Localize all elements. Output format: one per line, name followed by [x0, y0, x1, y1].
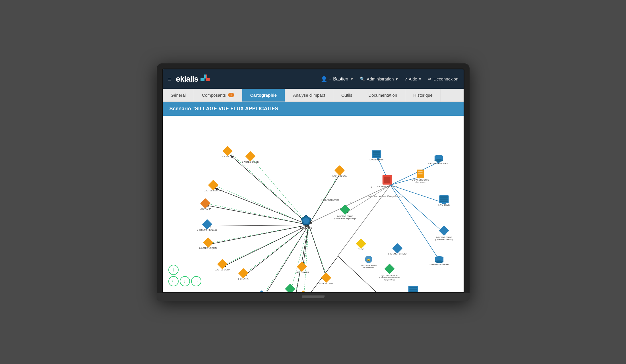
node-vhs2[interactable]: VHS2	[356, 238, 366, 250]
node-cr-aria[interactable]: L-CR ARIA	[238, 268, 248, 280]
tab-documentation[interactable]: Documentation	[360, 89, 405, 102]
hamburger-icon[interactable]: ≡	[168, 75, 172, 83]
node-donnees-idt[interactable]: Données IDT-Patient	[429, 256, 449, 266]
node-bdd-cpage[interactable]: L-BDD-CPAGE PROD	[428, 155, 449, 164]
deconnexion-icon: ⇨	[428, 76, 432, 82]
svg-rect-2	[206, 75, 207, 78]
svg-line-22	[215, 188, 309, 225]
node-idt-nexlabs[interactable]: L-IDT/MVT NEXLABS	[197, 219, 217, 231]
svg-line-8	[215, 185, 309, 225]
svg-rect-54	[222, 146, 232, 156]
node-cpage-patients[interactable]: L-CPAGE PATIENTS	[377, 175, 397, 187]
tab-cartographie[interactable]: Cartographie	[242, 89, 285, 102]
zoom-up-button[interactable]: ↑	[168, 265, 179, 275]
svg-text:L-ACTES CORA: L-ACTES CORA	[214, 268, 230, 271]
header-nav: 🔍 Administration ▾ ? Aide ▾ ⇨ Déconnexio…	[360, 76, 458, 82]
node-idt-chimio[interactable]: L-IDT/MVT CHIMIO	[388, 243, 407, 255]
logo-text: ekialis	[176, 75, 198, 84]
node-idt-cpage-sillage[interactable]: L-IDT/MVT CPAGE (Connecteur<-->Sillage C…	[277, 284, 303, 292]
svg-text:L-CR ARIA: L-CR ARIA	[238, 277, 248, 280]
tab-analyse[interactable]: Analyse d'impact	[285, 89, 333, 102]
node-actes-aria[interactable]: L-ACTES ARIA	[295, 261, 309, 273]
svg-rect-130	[417, 169, 424, 178]
svg-line-25	[208, 225, 309, 244]
admin-label: Administration	[367, 76, 394, 81]
zoom-down-button[interactable]: ↓	[180, 276, 190, 286]
svg-rect-107	[440, 198, 448, 200]
node-idt-cpage-main[interactable]: L-IDT/MVT CPAGE (Connecteur Cpage Sillag…	[334, 204, 356, 220]
svg-text:L-IDT/MVT CHIMIO: L-IDT/MVT CHIMIO	[388, 253, 407, 255]
svg-rect-4	[201, 80, 204, 81]
svg-rect-103	[373, 155, 380, 157]
screen: ≡ ekialis 👤 - Bastien	[162, 69, 464, 293]
svg-rect-112	[409, 289, 417, 291]
tab-composants[interactable]: Composants 1	[194, 89, 242, 102]
tab-historique[interactable]: Historique	[405, 89, 441, 102]
svg-text:🔒: 🔒	[367, 257, 371, 261]
svg-rect-101	[373, 151, 380, 153]
svg-text:Flux Anonymisé: Flux Anonymisé	[321, 198, 339, 201]
nav-aide[interactable]: ? Aide ▾	[405, 76, 421, 82]
node-idt-mosos[interactable]: L-IDT/MVT MOSOS	[252, 290, 271, 292]
svg-rect-96	[384, 263, 394, 274]
svg-rect-111	[409, 287, 417, 288]
user-icon: 👤	[321, 76, 327, 82]
node-cr-urqual[interactable]: L-CR URQUAL	[332, 165, 346, 177]
svg-line-31	[309, 225, 327, 279]
svg-text:2: 2	[350, 202, 351, 204]
node-cpage-patients2[interactable]: L-CPAGE PATIENTS close change	[412, 169, 429, 183]
svg-line-33	[291, 256, 338, 292]
graph-area[interactable]: 1 - Fichier deposé // requête SQL 8 2 Fl…	[163, 116, 464, 292]
node-cr-xplore[interactable]: L-CR XPLORE	[220, 146, 234, 158]
node-gestion-labc[interactable]: 🔒 09.2-Gestion-de-labc es-utilisatrices	[361, 256, 377, 268]
svg-text:1 - Fichier deposé // requête : 1 - Fichier deposé // requête SQL	[365, 195, 404, 198]
svg-text:L-CPAGE PATIENTS: L-CPAGE PATIENTS	[412, 179, 429, 181]
node-idt-cpage-bi[interactable]: Q/IDT/MVT CPAGE (Connecteur bi-direction…	[379, 263, 400, 280]
zoom-middle-row: ← ↓ →	[168, 276, 201, 286]
svg-line-41	[346, 185, 390, 213]
svg-point-125	[435, 260, 443, 263]
svg-line-18	[304, 225, 309, 292]
svg-rect-78	[298, 290, 308, 292]
header: ≡ ekialis 👤 - Bastien	[163, 69, 464, 89]
svg-text:(Connecteur Jeebop): (Connecteur Jeebop)	[435, 238, 452, 241]
svg-text:L-ACTES URQUAL: L-ACTES URQUAL	[199, 247, 217, 249]
svg-line-14	[262, 225, 309, 292]
tab-outils[interactable]: Outils	[333, 89, 360, 102]
svg-rect-127	[439, 225, 449, 235]
svg-text:L-VM-SKYE: L-VM-SKYE	[438, 203, 450, 206]
svg-rect-68	[238, 268, 248, 278]
svg-text:close change: close change	[415, 181, 425, 183]
zoom-right-button[interactable]: →	[191, 276, 201, 286]
svg-text:L-CR XPLORE: L-CR XPLORE	[220, 155, 234, 158]
user-dropdown-icon[interactable]: ▾	[351, 76, 353, 82]
svg-rect-66	[217, 259, 227, 269]
node-actes-nexlabs[interactable]: L-ACTES NEXLABS	[204, 180, 223, 192]
node-actes-cpage[interactable]: L-ACTES CPAGE	[242, 151, 259, 163]
zoom-left-button[interactable]: ←	[168, 276, 179, 286]
user-name[interactable]: Bastien	[333, 76, 348, 82]
scenario-header: Scénario "SILLAGE VUE FLUX APPLICATIFS	[163, 102, 464, 116]
nav-admin[interactable]: 🔍 Administration ▾	[360, 76, 398, 82]
aide-question-icon: ?	[405, 76, 407, 81]
svg-text:L-BDD-CPAGE PROD: L-BDD-CPAGE PROD	[428, 162, 449, 165]
node-vm-plana[interactable]: L-VM-PLANA-PROD1	[403, 286, 423, 292]
admin-dropdown-icon: ▾	[396, 76, 398, 82]
svg-line-6	[230, 153, 309, 225]
tab-documentation-label: Documentation	[368, 93, 397, 98]
node-vm-skye[interactable]: L-VM-SKYE	[438, 195, 450, 206]
node-actes-cora[interactable]: L-ACTES CORA	[214, 259, 230, 271]
user-dash: -	[329, 76, 331, 82]
svg-text:es-utilisatrices: es-utilisatrices	[363, 267, 374, 268]
node-vm-logdpan[interactable]: L-VM-Logdpan	[369, 150, 383, 161]
svg-line-23	[206, 205, 309, 225]
svg-rect-56	[245, 151, 255, 161]
nav-deconnexion[interactable]: ⇨ Déconnexion	[428, 76, 458, 82]
svg-text:L-CR URQUAL: L-CR URQUAL	[332, 175, 346, 177]
svg-line-39	[390, 185, 445, 234]
node-rdv-aria[interactable]: L-RDV ARIA	[199, 198, 211, 210]
node-actes-sillage-bottom[interactable]: L-ACTES SILLAGE	[294, 290, 312, 292]
svg-text:Cpage Sillage): Cpage Sillage)	[384, 279, 395, 280]
tab-general[interactable]: Général	[163, 89, 194, 102]
graph-svg: 1 - Fichier deposé // requête SQL 8 2 Fl…	[163, 116, 464, 292]
